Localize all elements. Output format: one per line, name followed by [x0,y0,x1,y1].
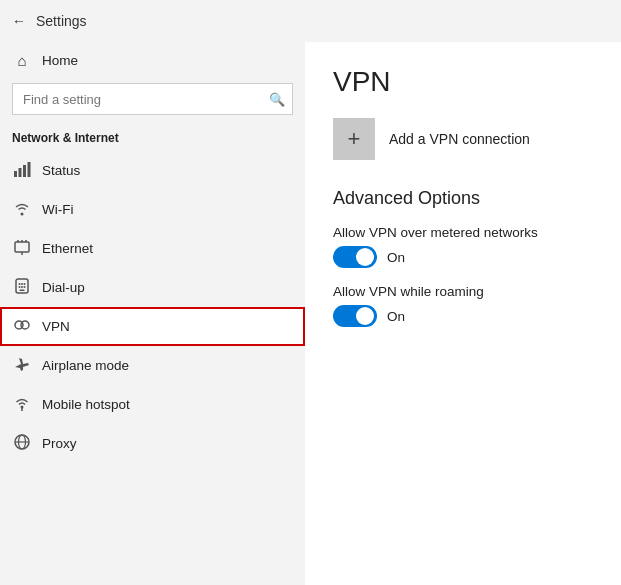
home-label: Home [42,53,78,68]
sidebar-item-airplane[interactable]: Airplane mode [0,346,305,385]
option-metered-label: Allow VPN over metered networks [333,225,593,240]
sidebar-item-proxy[interactable]: Proxy [0,424,305,463]
home-icon: ⌂ [12,52,32,69]
svg-point-14 [21,286,23,288]
svg-rect-1 [19,168,22,177]
sidebar-item-status[interactable]: Status [0,151,305,190]
airplane-icon [12,355,32,376]
sidebar-item-status-label: Status [42,163,80,178]
svg-point-11 [21,283,23,285]
main-layout: ⌂ Home 🔍 Network & Internet Status [0,42,621,585]
hotspot-icon [12,394,32,415]
svg-rect-0 [14,171,17,177]
sidebar-item-hotspot-label: Mobile hotspot [42,397,130,412]
svg-point-13 [19,286,21,288]
sidebar-item-dialup[interactable]: Dial-up [0,268,305,307]
option-metered-state: On [387,250,405,265]
status-icon [12,160,32,181]
titlebar: ← Settings [0,0,621,42]
proxy-icon [12,433,32,454]
sidebar-item-ethernet[interactable]: Ethernet [0,229,305,268]
window-title: Settings [36,13,87,29]
svg-rect-3 [28,162,31,177]
option-metered-toggle-row: On [333,246,593,268]
svg-rect-4 [15,242,29,252]
content-area: VPN + Add a VPN connection Advanced Opti… [305,42,621,585]
option-roaming-toggle[interactable] [333,305,377,327]
svg-rect-2 [23,165,26,177]
sidebar-item-home[interactable]: ⌂ Home [0,42,305,79]
option-roaming-label: Allow VPN while roaming [333,284,593,299]
option-metered-toggle[interactable] [333,246,377,268]
option-roaming-state: On [387,309,405,324]
option-metered: Allow VPN over metered networks On [333,225,593,268]
sidebar-item-dialup-label: Dial-up [42,280,85,295]
option-roaming: Allow VPN while roaming On [333,284,593,327]
sidebar: ⌂ Home 🔍 Network & Internet Status [0,42,305,585]
dialup-icon [12,277,32,298]
sidebar-item-wifi-label: Wi-Fi [42,202,73,217]
back-button[interactable]: ← [12,13,26,29]
sidebar-item-vpn-label: VPN [42,319,70,334]
search-container: 🔍 [12,83,293,115]
search-icon: 🔍 [269,92,285,107]
svg-point-15 [24,286,26,288]
svg-point-12 [24,283,26,285]
sidebar-item-ethernet-label: Ethernet [42,241,93,256]
add-vpn-label: Add a VPN connection [389,131,530,147]
add-vpn-button[interactable]: + Add a VPN connection [333,118,593,160]
svg-point-10 [19,283,21,285]
svg-point-18 [21,321,29,329]
vpn-icon [12,316,32,337]
sidebar-item-hotspot[interactable]: Mobile hotspot [0,385,305,424]
add-vpn-icon: + [333,118,375,160]
sidebar-item-airplane-label: Airplane mode [42,358,129,373]
wifi-icon [12,199,32,220]
sidebar-item-vpn[interactable]: VPN [0,307,305,346]
option-roaming-toggle-row: On [333,305,593,327]
category-heading: Network & Internet [0,125,305,151]
page-title: VPN [333,66,593,98]
sidebar-item-wifi[interactable]: Wi-Fi [0,190,305,229]
advanced-options-heading: Advanced Options [333,188,593,209]
search-input[interactable] [12,83,293,115]
svg-rect-16 [20,290,25,292]
sidebar-item-proxy-label: Proxy [42,436,77,451]
ethernet-icon [12,238,32,259]
